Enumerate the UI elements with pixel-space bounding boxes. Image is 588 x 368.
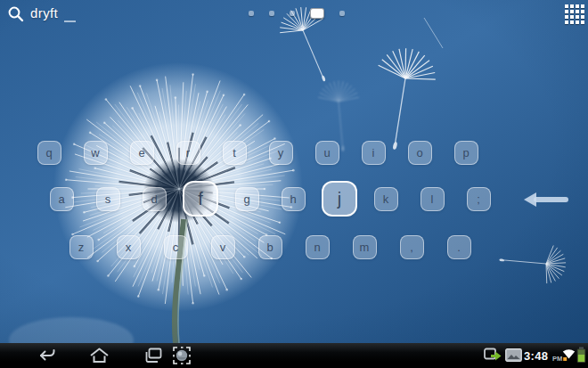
- apps-grid-cell: [570, 15, 574, 19]
- apps-grid-cell: [581, 15, 584, 19]
- search-widget[interactable]: dryft: [7, 4, 76, 22]
- key-f[interactable]: f: [183, 181, 218, 217]
- apps-grid-cell: [581, 20, 584, 24]
- apps-grid-cell: [576, 15, 579, 19]
- clock-meridiem: PM: [552, 355, 562, 363]
- android-home-screen: dryft qwertyuiopasdfghjkl;zxcvbnm,.: [0, 0, 588, 368]
- key-a[interactable]: a: [50, 187, 74, 211]
- key-x[interactable]: x: [117, 235, 141, 259]
- key-n[interactable]: n: [306, 235, 330, 259]
- clock-time: 3:48: [524, 349, 548, 363]
- key-w[interactable]: w: [84, 141, 108, 165]
- screen-capture-button[interactable]: [172, 346, 192, 365]
- key-semicolon[interactable]: ;: [467, 187, 491, 211]
- key-h[interactable]: h: [282, 187, 306, 211]
- key-r[interactable]: r: [176, 141, 200, 165]
- home-button[interactable]: [88, 347, 110, 364]
- apps-grid-cell: [581, 10, 584, 13]
- key-v[interactable]: v: [211, 235, 235, 259]
- key-j[interactable]: j: [322, 181, 357, 217]
- key-m[interactable]: m: [353, 235, 377, 259]
- back-button[interactable]: [36, 347, 58, 364]
- apps-grid-cell: [565, 10, 568, 13]
- page-indicator: [249, 7, 345, 20]
- key-b[interactable]: b: [258, 235, 282, 259]
- page-dot[interactable]: [249, 11, 254, 16]
- text-cursor: [64, 6, 76, 22]
- transparent-keyboard: qwertyuiopasdfghjkl;zxcvbnm,.: [0, 0, 588, 343]
- export-complete-notification-icon[interactable]: [484, 348, 502, 363]
- apps-grid-cell: [565, 4, 568, 8]
- apps-grid-cell: [570, 10, 574, 13]
- key-l[interactable]: l: [421, 187, 445, 211]
- page-dot[interactable]: [269, 11, 274, 16]
- apps-grid-cell: [581, 4, 584, 8]
- apps-grid-button[interactable]: [565, 4, 584, 24]
- key-t[interactable]: t: [223, 141, 247, 165]
- key-s[interactable]: s: [96, 187, 120, 211]
- apps-grid-cell: [576, 10, 579, 13]
- key-y[interactable]: y: [269, 141, 293, 165]
- key-q[interactable]: q: [37, 141, 61, 165]
- apps-grid-cell: [576, 4, 579, 8]
- apps-grid-cell: [576, 20, 579, 24]
- key-comma[interactable]: ,: [400, 235, 424, 259]
- apps-grid-cell: [565, 15, 568, 19]
- wifi-icon: [562, 348, 576, 362]
- apps-grid-cell: [570, 20, 574, 24]
- search-icon: [7, 5, 24, 22]
- apps-grid-cell: [570, 4, 574, 8]
- recent-apps-button[interactable]: [143, 347, 165, 364]
- key-c[interactable]: c: [164, 235, 188, 259]
- search-query-text: dryft: [30, 4, 58, 22]
- key-e[interactable]: e: [130, 141, 154, 165]
- swipe-left-arrow-icon[interactable]: [522, 191, 570, 209]
- key-p[interactable]: p: [454, 141, 478, 165]
- screenshot-image-notification-icon[interactable]: [505, 348, 522, 362]
- page-dot[interactable]: [290, 11, 295, 16]
- key-period[interactable]: .: [447, 235, 471, 259]
- key-k[interactable]: k: [374, 187, 398, 211]
- key-i[interactable]: i: [362, 141, 386, 165]
- key-u[interactable]: u: [315, 141, 339, 165]
- battery-icon: [576, 347, 586, 364]
- key-z[interactable]: z: [69, 235, 94, 259]
- key-o[interactable]: o: [408, 141, 432, 165]
- key-d[interactable]: d: [143, 187, 167, 211]
- apps-grid-cell: [565, 20, 568, 24]
- page-dot-active[interactable]: [310, 8, 324, 19]
- navigation-bar: 3:48 PM: [0, 343, 588, 368]
- page-dot[interactable]: [339, 11, 345, 16]
- key-g[interactable]: g: [235, 187, 259, 211]
